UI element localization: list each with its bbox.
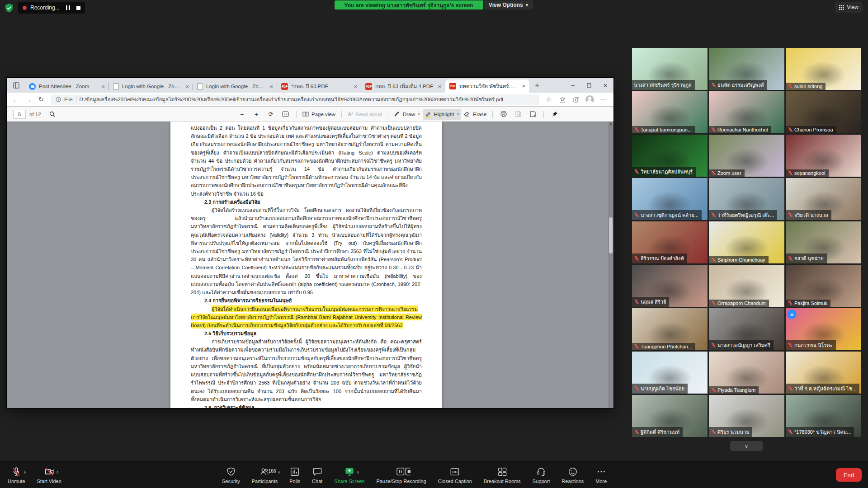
participant-tile[interactable]: Siriphorn Chumchuay [709, 221, 784, 263]
toolbar-participants[interactable]: 166∧Participants [246, 461, 283, 488]
security-shield-icon[interactable] [4, 3, 14, 14]
profile-avatar[interactable] [584, 94, 595, 105]
participant-tile[interactable]: ธนพัต ธรรมเจริญพงศ์ [709, 48, 784, 90]
vertical-tabs-icon[interactable] [10, 80, 22, 91]
participant-tile[interactable]: ฐิติกิตติ์ ศิริชานนท์ [632, 395, 708, 437]
close-button[interactable]: × [597, 78, 613, 93]
collections-icon[interactable] [570, 94, 582, 105]
participant-name: Zoom user [717, 170, 741, 176]
pin-toolbar-icon[interactable] [548, 109, 561, 120]
browser-tab[interactable]: PDF*กพอ. ปี 63.PDF× [277, 80, 361, 93]
rotate-icon[interactable]: ⟳ [264, 109, 278, 120]
pdf-scrollbar[interactable]: ▲ [608, 122, 613, 408]
participant-tile[interactable]: Tanapat bamrungpan... [632, 91, 708, 133]
page-number-input[interactable]: 5 [13, 110, 26, 119]
maximize-button[interactable] [581, 78, 597, 93]
toolbar-share-screen[interactable]: ∧Share Screen [328, 461, 370, 488]
browser-tab[interactable]: PDFกพอ. ปี 63 เพิ่มเติม 4.PDF× [361, 80, 445, 93]
tab-close-icon[interactable]: × [100, 83, 106, 90]
participant-tile[interactable]: นายบุญเกิด ไชยน้อย [632, 352, 708, 394]
browser-tab[interactable]: Post Attendee - Zoom× [25, 80, 109, 93]
pause-recording-button[interactable] [66, 5, 70, 10]
participant-tile[interactable]: ศิริธร นวมนาม [709, 395, 784, 437]
participant-tile[interactable]: Ronnachai Nanthochot [709, 91, 784, 133]
favorites-bar-icon[interactable] [557, 94, 568, 105]
toolbar-pause-stop-recording[interactable]: Pause/Stop Recording [371, 461, 432, 488]
participant-name-label: ธนพัต ธรรมเจริญพงศ์ [709, 80, 767, 90]
scroll-up-icon[interactable]: ▲ [608, 122, 613, 125]
refresh-icon[interactable]: ↻ [35, 95, 47, 103]
participant-tile[interactable]: Tuangphon Photchan... [632, 308, 708, 350]
toolbar-chat[interactable]: Chat [306, 461, 328, 488]
participant-tile[interactable]: sopanangkool [786, 135, 861, 177]
view-options-button[interactable]: View Options ∨ [484, 0, 533, 9]
stop-recording-button[interactable] [76, 6, 80, 10]
page-view-button[interactable]: Page view [301, 109, 337, 120]
participant-tile[interactable]: นฤมล สิริวจี [632, 265, 708, 307]
zoom-out-button[interactable]: − [235, 109, 249, 120]
zoom-in-button[interactable]: + [250, 109, 263, 120]
tab-close-icon[interactable]: × [268, 83, 274, 90]
toolbar-more[interactable]: More [590, 461, 613, 488]
participant-tile[interactable]: ว่าที่ ร.ต.หญิงฉัตรเกมณี ไช... [786, 352, 861, 394]
toolbar-closed-caption[interactable]: CCClosed Caption [432, 461, 478, 488]
tab-close-icon[interactable]: × [352, 83, 359, 90]
toolbar-security[interactable]: Security [216, 461, 246, 488]
multi-pin-badge[interactable]: » [787, 310, 797, 319]
participant-tile[interactable]: สิริวรรณ ป้องคำสิงห์ [632, 221, 708, 263]
save-icon[interactable] [511, 109, 525, 120]
save-as-icon[interactable] [526, 109, 539, 120]
minimize-button[interactable]: – [565, 78, 581, 93]
chevron-up-icon[interactable]: ∧ [24, 470, 27, 474]
chevron-up-icon[interactable]: ∧ [356, 470, 359, 474]
tab-close-icon[interactable]: × [520, 83, 527, 89]
new-tab-button[interactable]: + [531, 80, 543, 91]
browser-tab[interactable]: Login with Google - Zoom× [193, 80, 277, 93]
toolbar-polls[interactable]: Polls [283, 461, 306, 488]
participant-tile[interactable]: *178030* ขวัญดาว นิคม... [786, 395, 861, 437]
participant-tile[interactable]: นางสาวพัชรินทร์ รุจิรานุกูล [632, 48, 708, 90]
print-icon[interactable] [497, 109, 510, 120]
toolbar-start-video[interactable]: ∧Start Video [31, 461, 67, 488]
participant-tile[interactable]: »กนกวรรณ นิโรคะ [786, 308, 861, 350]
view-button[interactable]: View [835, 2, 863, 13]
participant-tile[interactable]: Chanon Promsua [786, 91, 861, 133]
toolbar-support[interactable]: Support [527, 461, 556, 488]
toolbar-item-label: Pause/Stop Recording [377, 479, 426, 484]
toolbar-reactions[interactable]: Reactions [556, 461, 590, 488]
tab-close-icon[interactable]: × [184, 83, 190, 90]
end-meeting-button[interactable]: End [836, 468, 862, 482]
participant-tile[interactable]: นางสาวชุติกาญจน์ คล้าย... [632, 178, 708, 220]
participant-tile[interactable]: Orrapaporn Chandum [709, 265, 784, 307]
scrollbar-thumb[interactable] [609, 217, 613, 253]
highlight-button[interactable]: Highlight ∨ [423, 109, 462, 120]
toolbar-unmute[interactable]: ∧Unmute [2, 461, 31, 488]
participant-tile[interactable]: ยสวดี นุชฉ่าย [786, 221, 861, 263]
participant-name-label: Tanapat bamrungpan... [632, 126, 695, 133]
browser-tab[interactable]: PDFบทความวิจัย พัชรินทร์.pdf× [445, 80, 529, 93]
chevron-up-icon[interactable]: ∧ [278, 470, 281, 474]
read-aloud-button[interactable]: A) Read aloud [346, 109, 384, 120]
chevron-up-icon[interactable]: ∧ [56, 470, 59, 474]
fit-to-width-icon[interactable] [278, 109, 292, 120]
back-icon[interactable]: ← [9, 96, 22, 103]
participant-tile[interactable]: ว่าที่ร้อยตรีหญิงอรุณี เต๊ะ... [709, 178, 784, 220]
erase-button[interactable]: Erase [462, 109, 488, 120]
toolbar-breakout-rooms[interactable]: Breakout Rooms [478, 461, 527, 488]
participant-tile[interactable]: นางสาวอนัญญา เสริมศรี [709, 308, 784, 350]
search-icon[interactable] [46, 109, 59, 120]
address-input[interactable]: File D:/ข้อมูลเครื่อง%20Dell%20คณะ/ข้อมู… [51, 94, 539, 105]
forward-icon[interactable]: → [22, 96, 35, 103]
participant-tile[interactable]: Pakjira Soimuk [786, 265, 861, 307]
draw-button[interactable]: Draw ∨ [392, 109, 422, 120]
participant-tile[interactable]: วิทยาลัยนาฏศิลปจันทบุรี [632, 135, 708, 177]
browser-tab[interactable]: Login with Google - Zoom× [109, 80, 193, 93]
browser-menu-icon[interactable]: ⋯ [597, 94, 609, 105]
tab-close-icon[interactable]: × [436, 83, 443, 90]
participant-tile[interactable]: Zoom user [709, 135, 784, 177]
participant-tile[interactable]: Piyada Teanglum [709, 352, 784, 394]
participant-tile[interactable]: จริยวดี นางนวล [786, 178, 861, 220]
participant-tile[interactable]: subin sritong [786, 48, 861, 90]
favorites-star-icon[interactable]: ☆ [543, 94, 555, 105]
gallery-scroll-down-button[interactable]: ∨ [730, 441, 763, 451]
